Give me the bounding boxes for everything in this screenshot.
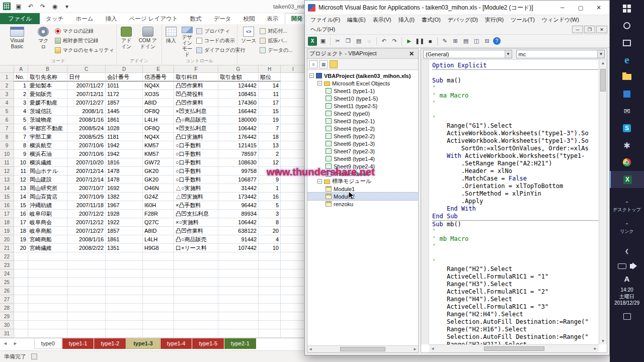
cell-B3[interactable]: 愛知販売 bbox=[28, 90, 67, 99]
cell-A7[interactable]: 6 bbox=[14, 124, 28, 133]
cell-D18[interactable]: 1922 bbox=[106, 218, 143, 227]
cell-A10[interactable]: 9 bbox=[14, 150, 28, 158]
cell-D3[interactable]: 1172 bbox=[106, 90, 143, 99]
cell-H22[interactable] bbox=[259, 252, 281, 261]
cell-F20[interactable]: 凸○商品販売 bbox=[174, 235, 218, 244]
ribbon-tab-データ[interactable]: データ bbox=[208, 13, 237, 24]
cell-E10[interactable]: KM57 bbox=[143, 150, 174, 158]
cell-C8[interactable]: 2008/5/25 bbox=[67, 133, 106, 141]
addins-button[interactable]: アドイン bbox=[119, 26, 134, 58]
touch-mode-icon[interactable]: ◉ bbox=[51, 3, 59, 11]
cell-G7[interactable]: 106442 bbox=[218, 124, 259, 133]
menu-ヘルプ(H)[interactable]: ヘルプ(H) bbox=[307, 25, 339, 34]
cell-F17[interactable]: 凸凹支払利息 bbox=[174, 210, 218, 218]
column-header-F[interactable]: F bbox=[174, 65, 218, 73]
save-icon[interactable]: ▣ bbox=[318, 37, 328, 46]
cell-E30[interactable] bbox=[143, 321, 174, 329]
ribbon-tab-校閲[interactable]: 校閲 bbox=[237, 13, 261, 24]
cell-C19[interactable]: 2007/12/27 bbox=[67, 227, 106, 235]
cell-I15[interactable] bbox=[281, 193, 306, 201]
cell-D31[interactable] bbox=[106, 329, 143, 338]
cell-H9[interactable]: 13 bbox=[259, 141, 281, 150]
cell-A13[interactable]: 12 bbox=[14, 175, 28, 184]
cell-D4[interactable]: 1857 bbox=[106, 99, 143, 107]
expansion-packs-button[interactable]: 拡張パ... bbox=[260, 37, 292, 44]
view-excel-icon[interactable]: X bbox=[308, 37, 317, 46]
cell-H28[interactable] bbox=[259, 304, 281, 312]
cell-B26[interactable] bbox=[28, 287, 67, 295]
cell-D12[interactable]: 1478 bbox=[106, 167, 143, 175]
cell-D9[interactable]: 1942 bbox=[106, 141, 143, 150]
cell-G26[interactable] bbox=[218, 287, 259, 295]
tree-item-標準モジュール[interactable]: −標準モジュール bbox=[307, 177, 418, 185]
cell-C10[interactable]: 2007/10/6 bbox=[67, 150, 106, 158]
toolbox-icon[interactable]: ⊟ bbox=[482, 37, 492, 46]
cell-D29[interactable] bbox=[106, 312, 143, 321]
cell-B27[interactable] bbox=[28, 295, 67, 304]
code-horizontal-scrollbar[interactable]: ◄► bbox=[429, 344, 599, 352]
cell-A23[interactable] bbox=[14, 261, 28, 269]
cell-E14[interactable]: O46N bbox=[143, 184, 174, 193]
cell-H29[interactable] bbox=[259, 312, 281, 321]
ribbon-tab-タッチ[interactable]: タッチ bbox=[40, 13, 69, 24]
row-header-17[interactable]: 17 bbox=[0, 210, 14, 218]
cell-C17[interactable]: 2007/12/2 bbox=[67, 210, 106, 218]
cell-D30[interactable] bbox=[106, 321, 143, 329]
cell-G5[interactable]: 166442 bbox=[218, 107, 259, 116]
cell-G9[interactable]: 121415 bbox=[218, 141, 259, 150]
cell-A28[interactable] bbox=[14, 304, 28, 312]
cell-B23[interactable] bbox=[28, 261, 67, 269]
cell-B13[interactable]: 岡山建設 bbox=[28, 175, 67, 184]
cell-I21[interactable] bbox=[281, 244, 306, 252]
cell-F27[interactable] bbox=[174, 295, 218, 304]
cell-B10[interactable]: 横浜石油 bbox=[28, 150, 67, 158]
menu-ツール(T)[interactable]: ツール(T) bbox=[507, 15, 538, 25]
cell-G23[interactable] bbox=[218, 261, 259, 269]
cell-E18[interactable]: Q27C bbox=[143, 218, 174, 227]
cell-D6[interactable]: 1861 bbox=[106, 116, 143, 124]
ribbon-tab-挿入[interactable]: 挿入 bbox=[99, 13, 123, 24]
column-header-C[interactable]: C bbox=[67, 65, 106, 73]
cell-B18[interactable]: 岐阜商会 bbox=[28, 218, 67, 227]
sheet-tab-type0[interactable]: type0 bbox=[34, 338, 62, 349]
clock[interactable]: 14:20 土曜日 2018/12/29 bbox=[610, 285, 644, 308]
cell-B16[interactable]: 沖縄紡績 bbox=[28, 201, 67, 210]
excel-taskbar-button[interactable]: X bbox=[610, 171, 644, 188]
edge-button[interactable]: e bbox=[610, 51, 644, 68]
ribbon-tab-表示[interactable]: 表示 bbox=[261, 13, 285, 24]
cell-G10[interactable]: 78597 bbox=[218, 150, 259, 158]
row-header-26[interactable]: 26 bbox=[0, 287, 14, 295]
tree-item-Sheet11 (type2-5)[interactable]: Sheet11 (type2-5) bbox=[307, 102, 418, 110]
cell-A2[interactable]: 1 bbox=[14, 81, 28, 90]
cell-A14[interactable]: 13 bbox=[14, 184, 28, 193]
column-header-I[interactable]: I bbox=[281, 65, 306, 73]
undo-icon[interactable]: ↶ bbox=[27, 3, 35, 11]
cell-G19[interactable]: 638122 bbox=[218, 227, 259, 235]
cell-B9[interactable]: 横浜航空 bbox=[28, 141, 67, 150]
cell-I1[interactable] bbox=[281, 73, 306, 81]
row-header-13[interactable]: 13 bbox=[0, 175, 14, 184]
cell-I10[interactable] bbox=[281, 150, 306, 158]
cell-I14[interactable] bbox=[281, 184, 306, 193]
cell-B29[interactable] bbox=[28, 312, 67, 321]
cell-A5[interactable]: 4 bbox=[14, 107, 28, 116]
toggle-folders-icon[interactable] bbox=[330, 60, 338, 68]
sheet-tab-type1-2[interactable]: type1-2 bbox=[94, 338, 126, 349]
cell-G17[interactable]: 89934 bbox=[218, 210, 259, 218]
cell-D7[interactable]: 1028 bbox=[106, 124, 143, 133]
row-header-12[interactable]: 12 bbox=[0, 167, 14, 175]
desktop-toolbar[interactable]: ⌃ デスクトップ bbox=[610, 195, 644, 218]
row-header-7[interactable]: 7 bbox=[0, 124, 14, 133]
sheet-tab-type1-4[interactable]: type1-4 bbox=[160, 338, 192, 349]
cell-A15[interactable]: 14 bbox=[14, 193, 28, 201]
cell-A24[interactable] bbox=[14, 269, 28, 278]
sheet-nav-right-icon[interactable]: ► bbox=[10, 338, 20, 346]
run-macro-icon[interactable]: ▶ bbox=[405, 37, 414, 46]
cell-F29[interactable] bbox=[174, 312, 218, 321]
cell-D2[interactable]: 1011 bbox=[106, 81, 143, 90]
cell-D10[interactable]: 1942 bbox=[106, 150, 143, 158]
row-header-11[interactable]: 11 bbox=[0, 158, 14, 167]
xml-source-button[interactable]: <> ソース bbox=[239, 26, 258, 58]
cell-G22[interactable] bbox=[218, 252, 259, 261]
cell-E6[interactable]: L4LH bbox=[143, 116, 174, 124]
